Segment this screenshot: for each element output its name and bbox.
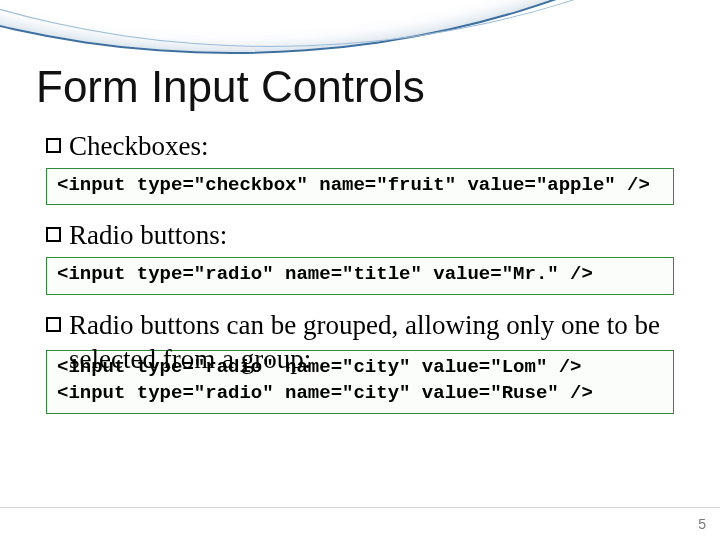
bullet-icon	[46, 317, 61, 332]
slide-body: Form Input Controls Checkboxes: <input t…	[0, 0, 720, 540]
bullet-text: Radio buttons:	[69, 219, 227, 253]
footer-rule	[0, 507, 720, 508]
code-radio-group: <input type="radio" name="city" value="L…	[46, 350, 674, 413]
code-checkbox: <input type="checkbox" name="fruit" valu…	[46, 168, 674, 206]
code-radio-single: <input type="radio" name="title" value="…	[46, 257, 674, 295]
bullet-icon	[46, 227, 61, 242]
bullet-text: Checkboxes:	[69, 130, 208, 164]
bullet-checkboxes: Checkboxes:	[46, 130, 684, 164]
slide-title: Form Input Controls	[36, 62, 684, 112]
bullet-icon	[46, 138, 61, 153]
page-number: 5	[698, 516, 706, 532]
bullet-radio: Radio buttons:	[46, 219, 684, 253]
